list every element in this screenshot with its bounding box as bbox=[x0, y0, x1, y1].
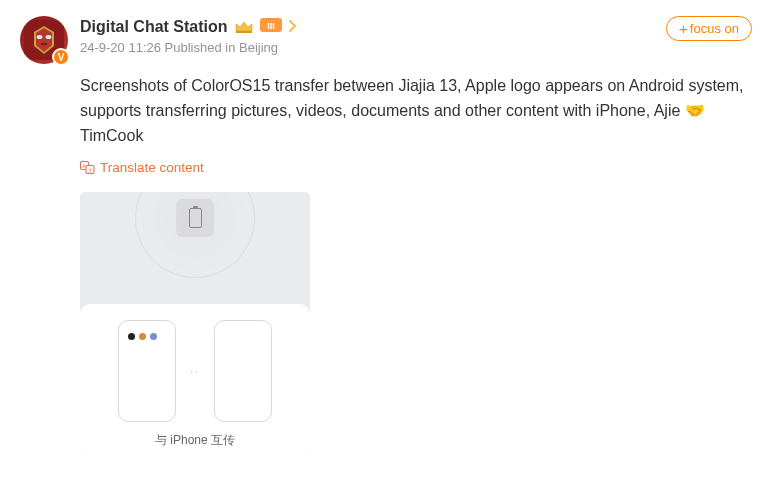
svg-rect-4 bbox=[236, 31, 252, 33]
avatar-wrap[interactable]: V bbox=[20, 16, 68, 64]
username[interactable]: Digital Chat Station bbox=[80, 18, 228, 36]
post-content: Screenshots of ColorOS15 transfer betwee… bbox=[80, 74, 752, 148]
focus-button[interactable]: + focus on bbox=[666, 16, 752, 41]
android-phone-icon bbox=[118, 320, 176, 422]
social-post: V Digital Chat Station III bbox=[0, 0, 772, 468]
svg-text:III: III bbox=[267, 21, 275, 31]
location: Beijing bbox=[239, 40, 278, 55]
verified-badge-icon: V bbox=[52, 48, 70, 66]
radar-center-icon bbox=[176, 199, 214, 237]
camera-dots-icon bbox=[128, 333, 157, 340]
content-text-before: Screenshots of ColorOS15 transfer betwee… bbox=[80, 77, 744, 119]
svg-point-2 bbox=[46, 35, 52, 39]
post-meta: 24-9-20 11:26 Published in Beijing bbox=[80, 40, 752, 55]
transfer-dots-icon: ·· bbox=[190, 366, 200, 377]
plus-icon: + bbox=[679, 21, 688, 36]
post-header: V Digital Chat Station III bbox=[20, 16, 752, 64]
radar-graphic-icon bbox=[135, 192, 255, 278]
battery-icon bbox=[189, 208, 202, 228]
svg-text:文: 文 bbox=[88, 167, 93, 173]
attached-image[interactable]: ·· 与 iPhone 互传 bbox=[80, 192, 310, 452]
timestamp: 24-9-20 11:26 bbox=[80, 40, 161, 55]
username-row: Digital Chat Station III bbox=[80, 18, 752, 36]
translate-icon: A 文 bbox=[80, 161, 95, 174]
iphone-icon bbox=[214, 320, 272, 422]
image-caption: 与 iPhone 互传 bbox=[155, 432, 235, 449]
published-label: Published in bbox=[165, 40, 236, 55]
transfer-panel: ·· 与 iPhone 互传 bbox=[80, 304, 310, 452]
level-badge-icon: III bbox=[260, 18, 282, 36]
translate-button[interactable]: A 文 Translate content bbox=[80, 160, 204, 175]
svg-rect-3 bbox=[41, 43, 47, 45]
crown-icon bbox=[234, 19, 254, 35]
chevron-right-icon bbox=[288, 18, 296, 36]
content-text-after: TimCook bbox=[80, 127, 143, 144]
handshake-emoji-icon: 🤝 bbox=[685, 99, 705, 124]
translate-label: Translate content bbox=[100, 160, 204, 175]
focus-label: focus on bbox=[690, 21, 739, 36]
svg-text:A: A bbox=[82, 163, 86, 169]
svg-point-1 bbox=[37, 35, 43, 39]
phones-row: ·· bbox=[118, 320, 272, 422]
header-main: Digital Chat Station III bbox=[80, 16, 752, 55]
